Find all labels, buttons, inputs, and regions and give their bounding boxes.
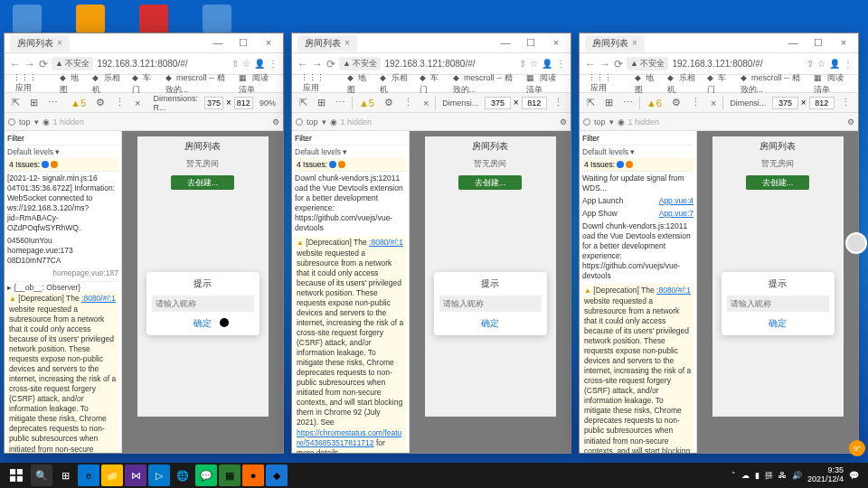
system-tray[interactable]: ˄ ☁ ▮ 拼 🖧 🔊 9:352021/12/4 💬 [731, 466, 864, 484]
maximize-button[interactable]: ☐ [809, 37, 827, 49]
nickname-input[interactable] [727, 296, 829, 312]
elements-icon[interactable]: ⊞ [314, 96, 329, 109]
console-icon[interactable]: ⋯ [44, 96, 61, 109]
inspect-icon[interactable]: ⇱ [296, 96, 311, 109]
console-object[interactable]: ▸ {__ob__: Observer} [7, 281, 118, 292]
network-icon[interactable]: 🖧 [778, 471, 787, 480]
responsive-dropdown[interactable]: Dimensi... [726, 99, 769, 108]
maximize-button[interactable]: ☐ [522, 37, 540, 49]
inspect-icon[interactable]: ⇱ [583, 96, 599, 109]
insecure-badge[interactable]: ▲ 不安全 [627, 57, 668, 70]
warning-icon[interactable]: ▲5 [355, 97, 378, 109]
share-icon[interactable]: ⇧ [807, 59, 814, 69]
notifications-icon[interactable]: 💬 [849, 471, 859, 480]
browser-tab[interactable]: 房间列表× [297, 35, 357, 52]
filter-input[interactable]: Filter [582, 134, 599, 143]
more-icon[interactable]: ⋮ [111, 96, 128, 109]
forward-button[interactable]: → [599, 58, 610, 70]
console-icon[interactable]: ⋯ [332, 96, 349, 109]
issues-bar[interactable]: 4 Issues: [7, 158, 118, 172]
reload-button[interactable]: ⟳ [326, 58, 335, 70]
app-icon[interactable]: ◆ [266, 465, 288, 486]
issues-bar[interactable]: 4 Issues: [295, 158, 406, 172]
volume-icon[interactable]: 🔊 [792, 471, 802, 480]
minimize-button[interactable]: — [784, 37, 802, 49]
url-input[interactable]: 192.168.3.121:8080/#/ [672, 59, 803, 69]
star-icon[interactable]: ☆ [817, 59, 826, 69]
chrome-icon[interactable]: 🌐 [172, 465, 193, 486]
filter-input[interactable]: Filter [295, 134, 312, 143]
onedrive-icon[interactable]: ☁ [741, 471, 750, 480]
mobile-viewport[interactable]: 房间列表 暂无房间 去创建... 提示 确定 [137, 136, 269, 417]
context-dropdown[interactable]: top [307, 117, 318, 127]
settings-icon[interactable]: ⚙ [381, 96, 397, 109]
minimize-button[interactable]: — [496, 37, 514, 49]
responsive-dropdown[interactable]: Dimensi... [439, 99, 482, 108]
star-icon[interactable]: ☆ [242, 59, 250, 69]
clear-console-icon[interactable] [8, 118, 15, 126]
settings-icon[interactable]: ⚙ [668, 96, 684, 109]
share-icon[interactable]: ⇧ [231, 59, 239, 69]
eye-icon[interactable]: ◉ [330, 117, 337, 127]
start-button[interactable] [4, 463, 29, 488]
confirm-button[interactable]: 确定 [727, 317, 829, 330]
menu-icon[interactable]: ⋮ [844, 59, 853, 69]
search-icon[interactable]: 🔍 [31, 465, 52, 486]
create-button[interactable]: 去创建... [171, 175, 234, 190]
settings-icon[interactable]: ⚙ [92, 96, 108, 109]
weather-badge[interactable]: 9° [849, 440, 865, 456]
console-source[interactable]: homepage.vue:187 [7, 268, 118, 278]
zoom-dropdown[interactable]: 90% [256, 99, 279, 108]
warning-icon[interactable]: ▲6 [643, 97, 665, 109]
close-icon[interactable]: × [632, 38, 637, 48]
levels-dropdown[interactable]: Default levels ▾ [295, 147, 406, 156]
url-input[interactable]: 192.168.3.121:8080/#/ [97, 59, 228, 69]
levels-dropdown[interactable]: Default levels ▾ [7, 147, 118, 156]
confirm-button[interactable]: 确定 [152, 317, 254, 330]
browser-tab[interactable]: 房间列表× [585, 35, 645, 52]
height-input[interactable]: 812 [234, 97, 253, 109]
context-dropdown[interactable]: top [19, 117, 31, 127]
devtools-close-icon[interactable]: × [707, 97, 720, 109]
forward-button[interactable]: → [24, 58, 35, 70]
confirm-button[interactable]: 确定 [439, 317, 542, 330]
close-icon[interactable]: × [57, 38, 62, 48]
url-input[interactable]: 192.168.3.121:8080/#/ [384, 59, 515, 69]
browser-tab[interactable]: 房间列表× [10, 35, 70, 52]
devtools-menu-icon[interactable]: ⋮ [837, 96, 854, 109]
tray-chevron-icon[interactable]: ˄ [731, 471, 736, 480]
insecure-badge[interactable]: ▲ 不安全 [52, 57, 93, 70]
responsive-dropdown[interactable]: Dimensions: R... [149, 94, 202, 112]
app-icon[interactable]: ▦ [219, 465, 241, 486]
explorer-icon[interactable]: 📁 [101, 465, 123, 486]
mobile-viewport[interactable]: 房间列表 暂无房间 去创建... 提示 确定 [712, 136, 844, 417]
forward-button[interactable]: → [312, 58, 323, 70]
console-settings-icon[interactable]: ⚙ [272, 117, 279, 127]
tray-icon[interactable]: ▮ [755, 471, 760, 480]
clear-console-icon[interactable] [583, 118, 590, 126]
width-input[interactable]: 375 [485, 97, 510, 109]
close-button[interactable]: × [547, 37, 565, 49]
insecure-badge[interactable]: ▲ 不安全 [339, 57, 381, 70]
create-button[interactable]: 去创建... [746, 175, 809, 190]
console-settings-icon[interactable]: ⚙ [847, 117, 854, 127]
inspect-icon[interactable]: ⇱ [8, 96, 24, 109]
more-icon[interactable]: ⋮ [687, 96, 704, 109]
width-input[interactable]: 375 [772, 97, 797, 109]
reload-button[interactable]: ⟳ [39, 58, 48, 70]
height-input[interactable]: 812 [809, 97, 835, 109]
task-view-icon[interactable]: ⊞ [54, 465, 76, 486]
close-icon[interactable]: × [344, 38, 350, 48]
back-button[interactable]: ← [585, 58, 596, 70]
menu-icon[interactable]: ⋮ [556, 59, 565, 69]
console-icon[interactable]: ⋯ [619, 96, 637, 109]
devtools-menu-icon[interactable]: ⋮ [550, 96, 567, 109]
apps-icon[interactable]: ⋮⋮⋮ 应用 [585, 72, 627, 95]
profile-icon[interactable]: 👤 [829, 59, 840, 69]
elements-icon[interactable]: ⊞ [26, 96, 42, 109]
apps-icon[interactable]: ⋮⋮⋮ 应用 [297, 72, 339, 95]
star-icon[interactable]: ☆ [530, 59, 538, 69]
profile-icon[interactable]: 👤 [254, 59, 265, 69]
eye-icon[interactable]: ◉ [618, 117, 625, 127]
vs-icon[interactable]: ▷ [148, 465, 170, 486]
